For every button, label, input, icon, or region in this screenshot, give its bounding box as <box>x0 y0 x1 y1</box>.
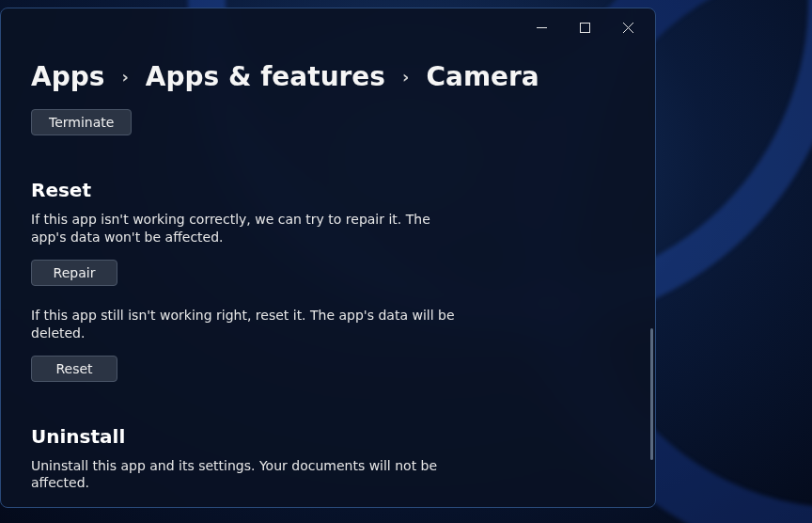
breadcrumb-camera: Camera <box>426 61 539 92</box>
uninstall-description: Uninstall this app and its settings. You… <box>31 457 463 493</box>
breadcrumb-apps[interactable]: Apps <box>31 61 104 92</box>
reset-button[interactable]: Reset <box>31 356 117 382</box>
reset-description: If this app still isn't working right, r… <box>31 307 463 342</box>
scrollbar-thumb[interactable] <box>650 328 653 460</box>
close-button[interactable] <box>606 12 649 42</box>
chevron-right-icon: › <box>121 67 128 87</box>
terminate-button[interactable]: Terminate <box>31 109 132 135</box>
breadcrumb: Apps › Apps & features › Camera <box>31 61 625 92</box>
minimize-button[interactable] <box>520 12 563 42</box>
repair-button[interactable]: Repair <box>31 260 117 286</box>
settings-window: Apps › Apps & features › Camera Terminat… <box>0 8 656 508</box>
titlebar <box>1 8 655 46</box>
chevron-right-icon: › <box>402 67 409 87</box>
reset-section-title: Reset <box>31 179 625 201</box>
maximize-button[interactable] <box>563 12 606 42</box>
content-area: Apps › Apps & features › Camera Terminat… <box>1 46 655 507</box>
repair-description: If this app isn't working correctly, we … <box>31 211 463 246</box>
uninstall-section-title: Uninstall <box>31 425 625 448</box>
breadcrumb-apps-features[interactable]: Apps & features <box>146 61 385 92</box>
svg-rect-1 <box>580 23 589 32</box>
